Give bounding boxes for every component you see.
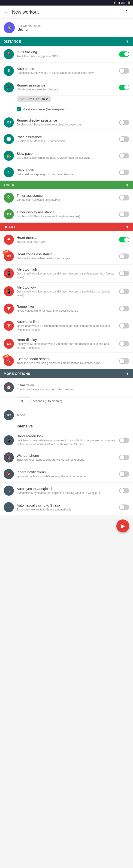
timer-assistance-icon: ⏱ [4,193,14,203]
signal-icon: ◀ [118,1,119,4]
more-options-button[interactable]: ⋮ [124,9,129,15]
setting-initial-delay: ⏰ Initial delay Countdown before startin… [0,378,133,397]
auto-sync-strava-title: Automatically sync to Strava [17,503,117,507]
mode-value: Intensive [17,424,32,428]
external-sensor-icon: NEW 🔧 [4,356,14,366]
setting-pace-assistance: 🕐 Pace assistance Display on Mi Band las… [0,131,133,147]
setting-automatic-filter: Automatic filter Ignore heart value if i… [0,317,133,335]
alert-high-title: Alert too high [17,267,117,271]
timer-assistance-desc: Vibrate every selected time interval [17,198,117,202]
band-screen-lock-toggle[interactable] [119,438,129,443]
automatic-filter-icon [4,321,14,331]
slow-pace-title: Slow pace [17,152,117,155]
runner-assistance-toggle[interactable] [119,85,129,90]
pace-assistance-toggle[interactable] [119,136,129,142]
ignore-notifications-toggle[interactable] [119,471,129,477]
gps-tracking-title: GPS tracking [17,50,117,54]
play-fab-button[interactable]: ▶ [116,520,129,532]
section-heart-label: HEART [4,225,16,229]
heart-monitor-text: Heart monitor Monitor your heart rate [17,236,117,244]
distance-chip[interactable]: 〰️ 1 km / 0.62 mile [17,96,51,102]
heart-monitor-desc: Monitor your heart rate [17,240,117,244]
range-filter-title: Range filter [17,305,117,308]
setting-heart-zones: NEW 123 Heart zones assistance Get a not… [0,248,133,265]
section-distance[interactable]: DISTANCE ▼ [0,37,133,46]
ignore-notifications-desc: Ignore all notifications while running t… [17,474,117,478]
vocal-checkbox[interactable]: ✓ [17,107,21,111]
auto-sync-strava-icon: ↑↓ [4,502,14,512]
setting-without-phone: 📵 Without phone Track workout (steps and… [0,450,133,466]
battery-icon: 🔋 [128,1,131,4]
vocal-row: ✓ Vocal assistance (Text-to-speech) [0,105,133,114]
automatic-filter-toggle[interactable] [119,323,129,329]
alert-low-desc: Get a small vibration on your band if la… [17,290,117,298]
alert-high-icon: 📳 [4,268,14,278]
step-length-toggle[interactable] [119,169,129,175]
runner-display-icon: 123 [4,117,14,128]
alert-high-toggle[interactable] [119,271,129,276]
auto-pause-toggle[interactable] [119,68,129,73]
external-sensor-desc: Track the heart rate using an external h… [17,361,117,365]
section-more-options[interactable]: MORE OPTIONS ▼ [0,369,133,378]
runner-display-title: Runner display assistance [17,118,117,122]
setting-gps-tracking: 📍 GPS tracking Track the route using pho… [0,46,133,63]
workout-type-section[interactable]: 🚴 Set workout type: Biking [0,19,133,37]
without-phone-desc: Track workout (steps and heart) without … [17,458,117,462]
gps-tracking-toggle[interactable] [119,52,129,57]
section-timer[interactable]: TIMER ▼ [0,181,133,189]
setting-band-screen-lock: 📱 Band screen lock Lock band screen whil… [0,431,133,450]
timer-display-toggle[interactable] [119,212,129,217]
alert-low-toggle[interactable] [119,288,129,294]
range-filter-icon [4,304,14,314]
heart-display-toggle[interactable] [119,341,129,346]
auto-pause-text: Auto pause Automatically put workout in … [17,67,117,75]
initial-delay-desc: Countdown before starting the workout se… [17,388,129,392]
heart-zones-text: Heart zones assistance Get a notificatio… [17,252,117,260]
slow-pace-icon: 🐢 [4,151,14,161]
setting-slow-pace: 🐢 Slow pace Get a notification when the … [0,147,133,164]
auto-sync-google-title: Auto sync to Google Fit [17,487,117,491]
band-screen-lock-icon: 📱 [4,435,14,445]
heart-display-icon: 115 [4,339,14,349]
workout-type-icon: 🚴 [4,22,15,33]
runner-assistance-icon: 🏴 [4,82,14,93]
runner-display-toggle[interactable] [119,120,129,125]
initial-delay-icon: ⏰ [4,382,14,392]
vibration-icon: 〰️ [20,97,24,101]
section-timer-chevron: ▼ [126,183,129,187]
ignore-notifications-title: Ignore notifications [17,470,117,474]
section-more-options-chevron: ▼ [126,372,129,376]
section-timer-label: TIMER [4,183,14,187]
runner-chip-row: 〰️ 1 km / 0.62 mile [0,96,133,105]
initial-delay-input-row: 10 seconds (0 to disable) [0,397,133,407]
heart-zones-toggle[interactable] [119,253,129,259]
initial-delay-title: Initial delay [17,383,129,387]
initial-delay-input[interactable]: 10 [17,397,30,404]
external-sensor-toggle[interactable] [119,358,129,364]
auto-sync-strava-toggle[interactable] [119,504,129,510]
section-heart-chevron: ▼ [126,225,129,229]
timer-assistance-toggle[interactable] [119,195,129,200]
mode-value-row: Intensive [0,423,133,431]
range-filter-toggle[interactable] [119,306,129,311]
back-button[interactable]: ← [4,9,8,15]
heart-monitor-toggle[interactable] [119,237,129,242]
workout-type-value: Biking [18,27,41,32]
play-icon: ▶ [121,523,125,529]
setting-runner-assistance: 🏴 Runner assistance Vibrate at every sel… [0,79,133,96]
auto-pause-icon: ⏸ [4,66,14,76]
pace-assistance-desc: Display on Mi Band last 1 Km pace time [17,139,117,143]
without-phone-toggle[interactable] [119,455,129,460]
slow-pace-toggle[interactable] [119,153,129,158]
setting-alert-high: 📳 Alert too high Get a small vibration o… [0,265,133,283]
mode-text: Mode: [17,413,129,417]
setting-mode[interactable]: 123 Mode: [0,407,133,423]
heart-monitor-title: Heart monitor [17,236,117,240]
setting-alert-low: 📳 Alert too low Get a small vibration on… [0,283,133,301]
external-sensor-text: External heart sensor Track the heart ra… [17,357,117,365]
auto-pause-title: Auto pause [17,67,117,70]
section-heart[interactable]: HEART ▼ [0,223,133,231]
setting-auto-sync-strava: ↑↓ Automatically sync to Strava Export n… [0,499,133,516]
auto-sync-google-toggle[interactable] [119,488,129,493]
step-length-title: Step length [17,168,117,172]
